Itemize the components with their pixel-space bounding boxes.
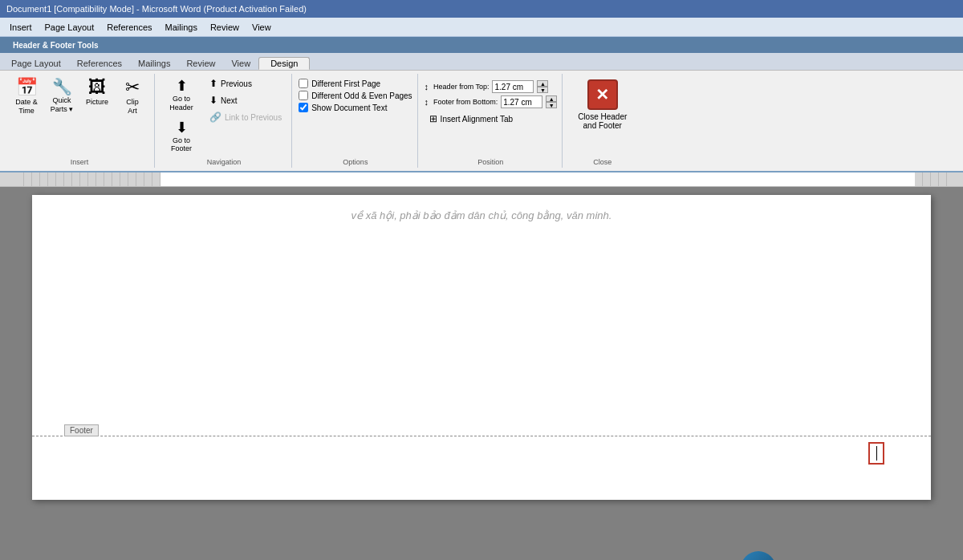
insert-alignment-tab-label: Insert Alignment Tab [441,115,513,124]
clip-art-button[interactable]: ✂ ClipArt [116,75,149,119]
next-icon: ⬇ [209,95,217,106]
ruler-inner [16,172,947,186]
document-area: về xã hội, phải bảo đảm dân chủ, công bằ… [0,187,963,560]
goto-buttons: ⬆ Go toHeader ⬇ Go toFooter [161,75,201,156]
ribbon-tabs: Page Layout References Mailings Review V… [0,53,963,71]
different-first-page-label: Different First Page [311,79,380,88]
date-time-button[interactable]: 📅 Date &Time [10,75,43,119]
tab-design[interactable]: Design [258,57,310,70]
tab-review[interactable]: Review [178,57,223,70]
close-x-icon [587,79,618,110]
goto-footer-label: Go toFooter [171,136,192,154]
tab-pagelayout[interactable]: Page Layout [3,57,69,70]
next-label: Next [221,96,238,105]
close-header-footer-button[interactable]: Close Headerand Footer [569,75,636,134]
different-odd-even-checkbox[interactable] [299,91,308,100]
menu-bar: Insert Page Layout References Mailings R… [0,18,963,37]
footer-region: Footer [32,436,931,500]
ribbon-group-close: Close Headerand Footer Close [564,74,640,168]
different-odd-even-option[interactable]: Different Odd & Even Pages [299,91,412,100]
options-group-label: Options [343,156,368,168]
footer-from-bottom-input[interactable] [501,95,542,108]
picture-label: Picture [86,98,108,107]
date-icon: 📅 [16,79,38,96]
alignment-tab-icon: ⊞ [429,113,437,124]
title-bar-text: Document1 [Compatibility Mode] - Microso… [6,4,307,14]
date-label: Date &Time [15,98,38,116]
menu-item-pagelayout[interactable]: Page Layout [39,21,101,34]
text-cursor [876,446,877,461]
picture-icon: 🖼 [88,79,106,96]
ruler [0,172,963,187]
menu-item-references[interactable]: References [100,21,158,34]
ribbon-group-insert: 📅 Date &Time 🔧 QuickParts ▾ 🖼 Picture ✂ … [5,74,155,168]
footer-cursor-box [868,442,884,465]
menu-item-insert[interactable]: Insert [3,21,39,34]
insert-alignment-tab-button[interactable]: ⊞ Insert Alignment Tab [425,111,558,127]
footer-spin-buttons: ▲ ▼ [546,95,557,108]
show-document-text-label: Show Document Text [311,103,387,112]
tab-references[interactable]: References [69,57,130,70]
menu-item-review[interactable]: Review [204,21,246,34]
quick-parts-label: QuickParts ▾ [51,96,74,114]
navigation-content: ⬆ Go toHeader ⬇ Go toFooter ⬆ Previous ⬇… [161,75,286,156]
document-text: về xã hội, phải bảo đảm dân chủ, công bằ… [80,203,883,228]
options-content: Different First Page Different Odd & Eve… [299,75,412,112]
title-bar: Document1 [Compatibility Mode] - Microso… [0,0,963,18]
header-position-icon: ↕ [425,82,429,91]
insert-buttons: 📅 Date &Time 🔧 QuickParts ▾ 🖼 Picture ✂ … [10,75,149,156]
ribbon-content: 📅 Date &Time 🔧 QuickParts ▾ 🖼 Picture ✂ … [0,71,963,172]
close-header-footer-label: Close Headerand Footer [578,112,627,130]
picture-button[interactable]: 🖼 Picture [80,75,114,110]
footer-spin-down[interactable]: ▼ [546,102,557,108]
different-first-page-option[interactable]: Different First Page [299,79,412,88]
footer-dashed-line [32,436,931,436]
ruler-white-area [160,172,915,186]
header-from-top-label: Header from Top: [433,83,489,91]
goto-header-label: Go toHeader [169,95,193,112]
different-first-page-checkbox[interactable] [299,79,308,88]
header-spin-down[interactable]: ▼ [537,87,548,93]
link-icon: 🔗 [209,112,221,123]
menu-item-mailings[interactable]: Mailings [159,21,204,34]
quick-parts-icon: 🔧 [52,79,72,95]
link-to-previous-button[interactable]: 🔗 Link to Previous [205,109,286,125]
page-content: về xã hội, phải bảo đảm dân chủ, công bằ… [32,195,931,228]
ribbon-tools-bar: Header & Footer Tools [0,37,963,53]
logo-icon: 💻 [741,551,776,560]
tab-view[interactable]: View [223,57,258,70]
show-document-text-option[interactable]: Show Document Text [299,103,412,112]
position-group-label: Position [477,156,503,168]
goto-header-icon: ⬆ [176,79,188,93]
navigation-group-label: Navigation [207,156,242,168]
footer-from-bottom-row: ↕ Footer from Bottom: ▲ ▼ [425,95,558,108]
next-button[interactable]: ⬇ Next [205,92,286,108]
insert-group-label: Insert [71,156,89,168]
previous-icon: ⬆ [209,78,217,89]
watermark: 💻 TINHOCVANPHONG [741,551,947,560]
goto-header-button[interactable]: ⬆ Go toHeader [161,75,201,116]
header-from-top-row: ↕ Header from Top: ▲ ▼ [425,80,558,93]
previous-button[interactable]: ⬆ Previous [205,75,286,91]
close-group-label: Close [593,156,612,168]
footer-label: Footer [64,424,99,436]
footer-spin-up[interactable]: ▲ [546,95,557,102]
header-spin-up[interactable]: ▲ [537,80,548,87]
tools-label: Header & Footer Tools [6,41,105,50]
different-odd-even-label: Different Odd & Even Pages [311,91,412,100]
document-page: về xã hội, phải bảo đảm dân chủ, công bằ… [32,195,931,500]
link-label: Link to Previous [225,113,282,122]
header-spin-buttons: ▲ ▼ [537,80,548,93]
footer-from-bottom-label: Footer from Bottom: [433,98,498,106]
header-from-top-input[interactable] [492,80,534,93]
clip-art-icon: ✂ [125,79,140,96]
menu-item-view[interactable]: View [246,21,278,34]
quick-parts-button[interactable]: 🔧 QuickParts ▾ [45,75,79,117]
footer-position-icon: ↕ [425,97,429,107]
goto-footer-icon: ⬇ [176,120,188,135]
goto-footer-button[interactable]: ⬇ Go toFooter [161,117,201,157]
tab-mailings[interactable]: Mailings [130,57,178,70]
show-document-text-checkbox[interactable] [299,103,308,112]
clip-art-label: ClipArt [126,98,139,116]
ribbon-group-position: ↕ Header from Top: ▲ ▼ ↕ Footer from Bot… [420,74,563,168]
